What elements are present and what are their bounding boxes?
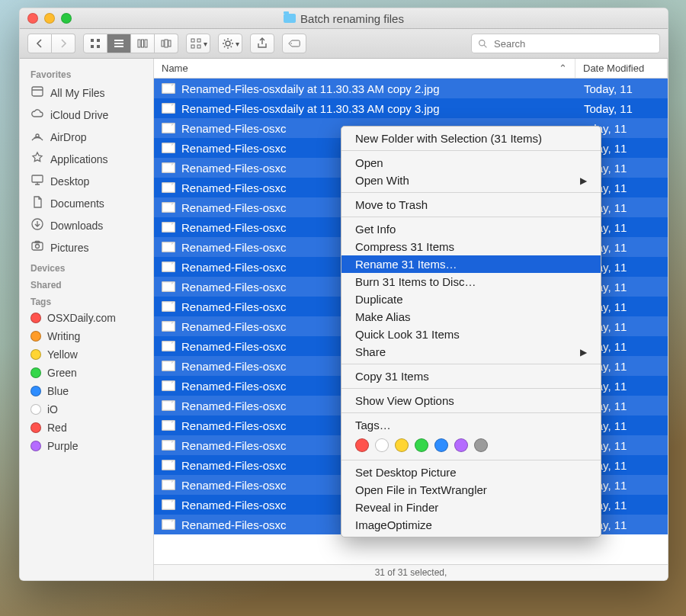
- sidebar-item[interactable]: OSXDaily.com: [20, 309, 153, 327]
- svg-rect-4: [114, 40, 123, 41]
- menu-item[interactable]: Set Desktop Picture: [341, 464, 601, 481]
- tag-color-dot[interactable]: [355, 438, 369, 452]
- menu-item[interactable]: Move to Trash: [341, 196, 601, 213]
- file-row[interactable]: Renamed-Files-osxdaily at 11.30.33 AM co…: [154, 79, 668, 98]
- file-icon: [162, 261, 175, 272]
- file-name: Renamed-Files-osxdaily at 11.30.33 AM co…: [181, 82, 440, 95]
- menu-item[interactable]: Open With▶: [341, 172, 601, 189]
- sort-asc-icon: ⌃: [559, 63, 567, 74]
- file-icon: [162, 519, 175, 530]
- tag-color-dot[interactable]: [395, 438, 409, 452]
- menu-item[interactable]: Get Info: [341, 220, 601, 238]
- arrange-button[interactable]: ▾: [186, 34, 210, 53]
- chevron-down-icon: ▾: [236, 40, 239, 48]
- sidebar-item[interactable]: Writing: [20, 327, 153, 345]
- file-name: Renamed-Files-osxc: [181, 380, 287, 393]
- svg-rect-2: [91, 45, 94, 48]
- close-icon[interactable]: [27, 13, 38, 24]
- tag-color-dot[interactable]: [415, 438, 428, 452]
- column-date[interactable]: Date Modified: [575, 59, 668, 78]
- action-button[interactable]: ▾: [218, 34, 242, 53]
- sidebar-item[interactable]: Desktop: [20, 170, 153, 192]
- context-menu[interactable]: New Folder with Selection (31 Items)Open…: [341, 126, 601, 537]
- coverflow-view-button[interactable]: [155, 34, 178, 53]
- tag-color-dot[interactable]: [474, 438, 488, 452]
- sidebar-item-label: iCloud Drive: [50, 109, 108, 121]
- menu-item[interactable]: Burn 31 Items to Disc…: [341, 273, 601, 290]
- sidebar-item-label: AirDrop: [50, 131, 86, 143]
- sidebar-item[interactable]: Blue: [20, 382, 153, 400]
- menu-separator: [341, 192, 601, 193]
- menu-item[interactable]: Duplicate: [341, 290, 601, 308]
- sidebar-item[interactable]: Green: [20, 364, 153, 382]
- search-field[interactable]: [492, 37, 653, 50]
- menu-item[interactable]: Compress 31 Items: [341, 238, 601, 255]
- sidebar-heading: Favorites: [20, 65, 153, 82]
- file-icon: [162, 400, 175, 411]
- sidebar-item-label: All My Files: [50, 87, 105, 99]
- sidebar-item[interactable]: Red: [20, 419, 153, 437]
- nav-buttons: [27, 34, 75, 53]
- file-row[interactable]: Renamed-Files-osxdaily at 11.30.33 AM co…: [154, 98, 668, 118]
- menu-item[interactable]: Open: [341, 154, 601, 172]
- sidebar-item[interactable]: Yellow: [20, 345, 153, 364]
- menu-item[interactable]: New Folder with Selection (31 Items): [341, 130, 601, 147]
- column-name[interactable]: Name ⌃: [154, 59, 575, 78]
- file-name: Renamed-Files-osxc: [181, 439, 287, 452]
- sidebar-item[interactable]: Downloads: [20, 214, 153, 236]
- tags-button[interactable]: [282, 34, 306, 53]
- sidebar-item-label: Blue: [47, 385, 69, 397]
- tag-color-dot[interactable]: [375, 438, 389, 452]
- sidebar-item-label: Pictures: [50, 242, 89, 254]
- fullscreen-icon[interactable]: [61, 13, 72, 24]
- file-icon: [162, 143, 175, 153]
- sidebar-item[interactable]: AirDrop: [20, 126, 153, 148]
- svg-rect-11: [165, 40, 168, 47]
- file-name: Renamed-Files-osxc: [181, 122, 287, 135]
- menu-item[interactable]: ImageOptimize: [341, 516, 601, 534]
- file-icon: [162, 460, 175, 470]
- menu-item[interactable]: Make Alias: [341, 308, 601, 326]
- tag-color-dot[interactable]: [434, 438, 448, 452]
- menu-item-label: Share: [355, 345, 386, 358]
- file-icon: [162, 123, 175, 133]
- minimize-icon[interactable]: [44, 13, 55, 24]
- search-input[interactable]: [471, 34, 660, 53]
- list-view-button[interactable]: [107, 34, 131, 53]
- sidebar-item[interactable]: Pictures: [20, 236, 153, 258]
- sidebar-item[interactable]: iCloud Drive: [20, 104, 153, 126]
- menu-item[interactable]: Reveal in Finder: [341, 499, 601, 516]
- sidebar-item[interactable]: Documents: [20, 192, 153, 214]
- file-name: Renamed-Files-osxc: [181, 499, 287, 512]
- menu-item[interactable]: Share▶: [341, 343, 601, 361]
- svg-point-18: [290, 43, 292, 44]
- menu-item-label: Burn 31 Items to Disc…: [355, 275, 476, 288]
- menu-item[interactable]: Tags…: [341, 416, 601, 434]
- menu-item[interactable]: Rename 31 Items…: [341, 255, 601, 273]
- column-view-button[interactable]: [131, 34, 155, 53]
- menu-separator: [341, 412, 601, 413]
- back-button[interactable]: [27, 34, 52, 53]
- file-name: Renamed-Files-osxc: [181, 300, 287, 313]
- menu-item[interactable]: Quick Look 31 Items: [341, 326, 601, 343]
- forward-button[interactable]: [52, 34, 75, 53]
- file-name: Renamed-Files-osxc: [181, 261, 287, 274]
- sidebar-item[interactable]: All My Files: [20, 82, 153, 104]
- svg-rect-12: [168, 40, 171, 47]
- sidebar-item[interactable]: Purple: [20, 437, 153, 455]
- tag-color-dot[interactable]: [454, 438, 468, 452]
- file-icon: [162, 301, 175, 312]
- icon-view-button[interactable]: [83, 34, 107, 53]
- menu-item[interactable]: Copy 31 Items: [341, 367, 601, 385]
- file-name: Renamed-Files-osxc: [181, 281, 287, 294]
- sidebar-item-label: Applications: [50, 153, 108, 165]
- sidebar-item-label: Purple: [47, 440, 78, 452]
- menu-item-label: Make Alias: [355, 310, 411, 323]
- file-icon: [162, 83, 175, 94]
- menu-item[interactable]: Open File in TextWrangler: [341, 481, 601, 499]
- sidebar-item[interactable]: Applications: [20, 148, 153, 170]
- share-button[interactable]: [250, 34, 274, 53]
- menu-item[interactable]: Show View Options: [341, 392, 601, 409]
- file-icon: [162, 321, 175, 332]
- sidebar-item[interactable]: iO: [20, 400, 153, 419]
